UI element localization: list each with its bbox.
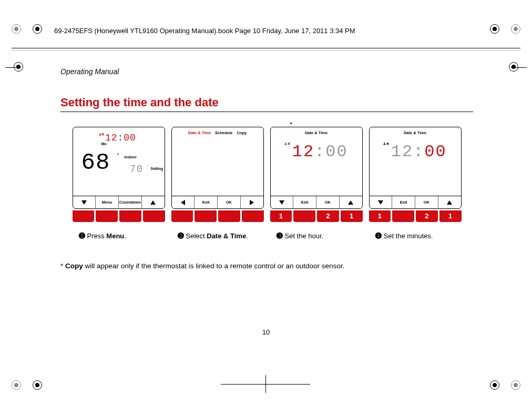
hardware-button[interactable]: . bbox=[143, 210, 165, 222]
hardware-button[interactable]: 1 bbox=[270, 210, 292, 222]
thermostat-screen: Date & Time Schedule Copy Exit OK bbox=[171, 127, 264, 209]
softkey-ok[interactable]: OK bbox=[218, 196, 241, 208]
setting-label: Setting bbox=[151, 167, 163, 170]
softkey-down[interactable] bbox=[370, 196, 393, 208]
softkey-row: Menu Countdown bbox=[73, 196, 165, 208]
clock-time: AM12:00 bbox=[99, 133, 136, 143]
softkey-up[interactable] bbox=[340, 196, 362, 208]
chevron-down-icon bbox=[81, 200, 87, 205]
minute-value: 00 bbox=[325, 142, 347, 161]
hardware-button[interactable]: . bbox=[392, 210, 414, 222]
pdf-page-header: 69-2475EFS (Honeywell YTL9160 Operating … bbox=[54, 27, 355, 35]
tab-copy: Copy bbox=[237, 130, 247, 135]
softkey-row: Exit OK bbox=[271, 196, 362, 208]
hardware-button[interactable]: 2 bbox=[317, 210, 339, 222]
reg-mark-icon bbox=[511, 380, 520, 390]
reg-mark-icon bbox=[490, 380, 499, 390]
chevron-up-icon bbox=[150, 200, 156, 205]
caption-row: ➊Press Menu. ➋Select Date & Time. ➌Set t… bbox=[60, 231, 473, 240]
softkey-down[interactable] bbox=[271, 196, 294, 208]
hardware-button[interactable]: . bbox=[242, 210, 264, 222]
tab-date-time: Date & Time bbox=[404, 130, 426, 135]
thermostat-screen: Date & Time AM12:00 Exit OK bbox=[369, 127, 462, 209]
reg-mark-icon bbox=[509, 62, 518, 72]
softkey-row: Exit OK bbox=[172, 196, 263, 208]
softkey-right[interactable] bbox=[241, 196, 263, 208]
thermostat-step-3: Date & Time AM12:00 Exit OK 1 . 2 1 bbox=[269, 127, 364, 222]
thermostat-steps-row: * AM12:00 Mo 68 ° Indoor 70 ° Setting bbox=[60, 127, 473, 222]
step-number-icon: ➌ bbox=[277, 231, 283, 240]
step-caption-4: ➍Set the minutes. bbox=[368, 231, 463, 240]
step-number-icon: ➍ bbox=[375, 231, 382, 240]
hardware-button[interactable]: 2 bbox=[416, 210, 438, 222]
softkey-up[interactable] bbox=[438, 196, 461, 208]
softkey-up[interactable] bbox=[142, 196, 165, 208]
step-number-icon: ➋ bbox=[178, 231, 184, 240]
lcd-display: AM12:00 Mo 68 ° Indoor 70 ° Setting bbox=[73, 127, 165, 196]
page-number: 10 bbox=[262, 328, 270, 336]
lcd-display: Date & Time AM12:00 bbox=[271, 127, 362, 196]
hardware-button[interactable]: . bbox=[119, 210, 141, 222]
menu-tabs: Date & Time Schedule Copy bbox=[175, 129, 260, 135]
thermostat-step-4: Date & Time AM12:00 Exit OK 1 . 2 1 bbox=[368, 127, 463, 222]
reg-mark-icon bbox=[12, 24, 21, 34]
step-caption-3: ➌Set the hour. bbox=[269, 231, 364, 240]
tab-date-time: Date & Time bbox=[305, 130, 328, 135]
hardware-button-row: . . . . bbox=[171, 210, 264, 222]
hour-value: 12 bbox=[292, 142, 314, 161]
lcd-display: Date & Time AM12:00 bbox=[370, 127, 461, 196]
hardware-button[interactable]: . bbox=[218, 210, 240, 222]
hardware-button[interactable]: 1 bbox=[341, 210, 363, 222]
hardware-button[interactable]: . bbox=[73, 210, 95, 222]
am-indicator: AM bbox=[383, 142, 390, 146]
menu-tabs: Date & Time bbox=[274, 129, 359, 135]
crop-line bbox=[5, 67, 21, 68]
tab-date-time: Date & Time bbox=[188, 130, 211, 135]
hour-value: 12 bbox=[391, 142, 413, 161]
reg-mark-icon bbox=[14, 62, 23, 72]
am-indicator: AM bbox=[99, 133, 105, 137]
softkey-down[interactable] bbox=[73, 196, 96, 208]
degree-icon: ° bbox=[117, 153, 119, 158]
hardware-button[interactable]: . bbox=[293, 210, 315, 222]
chevron-left-icon bbox=[181, 200, 185, 205]
softkey-exit[interactable]: Exit bbox=[293, 196, 316, 208]
reg-mark-icon bbox=[490, 24, 499, 34]
chevron-up-icon bbox=[348, 200, 353, 205]
softkey-ok[interactable]: OK bbox=[316, 196, 340, 208]
footnote: * Copy will appear only if the thermosta… bbox=[60, 262, 473, 270]
hardware-button[interactable]: 1 bbox=[369, 210, 391, 222]
menu-tabs: Date & Time bbox=[373, 129, 458, 135]
softkey-exit[interactable]: Exit bbox=[392, 196, 415, 208]
chevron-down-icon bbox=[279, 200, 284, 205]
crop-line bbox=[511, 67, 527, 68]
thermostat-screen: Date & Time AM12:00 Exit OK bbox=[270, 127, 363, 209]
step-caption-1: ➊Press Menu. bbox=[71, 231, 166, 240]
hardware-button[interactable]: . bbox=[96, 210, 118, 222]
hardware-button[interactable]: 1 bbox=[439, 210, 462, 222]
softkey-left[interactable] bbox=[172, 196, 195, 208]
setpoint-temperature: 70 bbox=[130, 163, 144, 175]
thermostat-step-1: AM12:00 Mo 68 ° Indoor 70 ° Setting Menu… bbox=[71, 127, 166, 222]
degree-icon: ° bbox=[147, 164, 148, 169]
hardware-button[interactable]: . bbox=[195, 210, 217, 222]
time-editor: AM12:00 bbox=[383, 142, 446, 161]
softkey-ok[interactable]: OK bbox=[415, 196, 438, 208]
section-title: Setting the time and the date bbox=[60, 96, 473, 112]
lcd-display: Date & Time Schedule Copy bbox=[172, 127, 263, 196]
running-head: Operating Manual bbox=[60, 67, 473, 76]
hardware-button-row: 1 . 2 1 bbox=[369, 210, 462, 222]
am-indicator: AM bbox=[284, 142, 291, 146]
step-number-icon: ➊ bbox=[79, 231, 85, 240]
thermostat-step-2: Date & Time Schedule Copy Exit OK . . . … bbox=[170, 127, 265, 222]
hardware-button[interactable]: . bbox=[171, 210, 193, 222]
softkey-countdown[interactable]: Countdown bbox=[119, 196, 142, 208]
softkey-menu[interactable]: Menu bbox=[96, 196, 119, 208]
reg-mark-icon bbox=[12, 380, 21, 390]
softkey-row: Exit OK bbox=[370, 196, 461, 208]
tab-schedule: Schedule bbox=[215, 130, 232, 135]
hardware-button-row: . . . . bbox=[73, 210, 165, 222]
softkey-exit[interactable]: Exit bbox=[195, 196, 218, 208]
reg-mark-icon bbox=[33, 380, 42, 390]
step-caption-2: ➋Select Date & Time. bbox=[170, 231, 265, 240]
